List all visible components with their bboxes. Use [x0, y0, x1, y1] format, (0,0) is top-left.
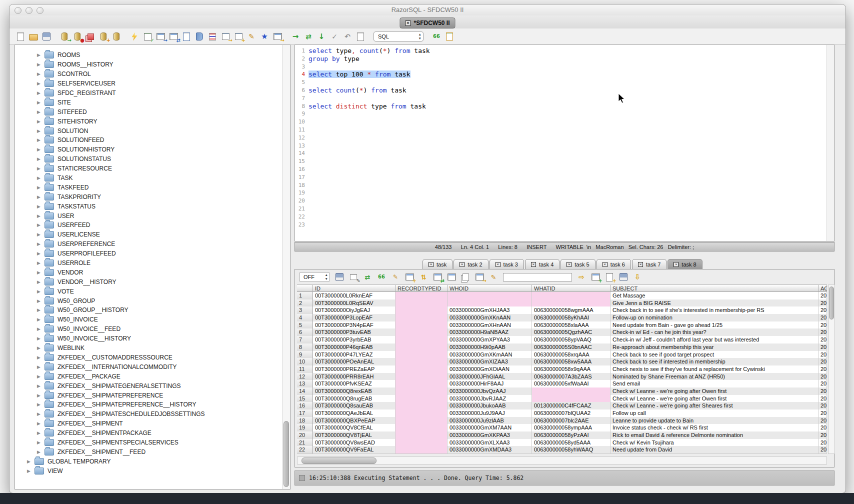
- results-vertical-scrollbar-thumb[interactable]: [829, 286, 834, 320]
- sidebar-item-view[interactable]: ▶VIEW: [15, 466, 282, 476]
- refresh-grid-icon[interactable]: ⇄: [362, 272, 372, 282]
- sidebar-item-zkfedex__internationalcommodity[interactable]: ▶ZKFEDEX__INTERNATIONALCOMMODITY: [15, 362, 282, 372]
- cell-whoid[interactable]: 0033000000JFhGlAAL: [448, 373, 532, 380]
- cell-num[interactable]: 15: [297, 395, 313, 402]
- results-list-icon[interactable]: [444, 32, 454, 42]
- table-row[interactable]: 200T3000000L0RqSEAVGive Jenn a BIG RAISE…: [297, 300, 827, 307]
- sidebar-item-w50_invoice[interactable]: ▶W50_INVOICE: [15, 315, 282, 324]
- cell-recordtypeid[interactable]: [396, 373, 448, 380]
- statement-type-select[interactable]: SQL ▲▼: [374, 32, 424, 42]
- expand-triangle-icon[interactable]: ▶: [37, 326, 44, 332]
- reference-book-icon[interactable]: [194, 32, 204, 42]
- table-row[interactable]: 1200T3000000PRR8rEAH0033000000JFhGlAAL00…: [297, 373, 827, 380]
- cell-num[interactable]: 22: [297, 446, 313, 454]
- edit-pencil-icon[interactable]: ✎: [246, 32, 256, 42]
- save-grid-icon[interactable]: [334, 272, 344, 282]
- cell-whatid[interactable]: 006300000058xw5AAA: [532, 358, 610, 366]
- sidebar-item-solution[interactable]: ▶SOLUTION: [15, 126, 282, 136]
- sidebar-item-sfdc_registrant[interactable]: ▶SFDC_REGISTRANT: [15, 88, 282, 98]
- result-tab-task-5[interactable]: ×task 5: [560, 259, 595, 270]
- cell-recordtypeid[interactable]: [396, 388, 448, 395]
- cell-subject[interactable]: Check back to see if interested in membe…: [610, 358, 818, 366]
- sidebar-item-rooms[interactable]: ▶ROOMS: [15, 50, 282, 60]
- column-header-rownum[interactable]: [297, 284, 313, 292]
- cell-whatid[interactable]: 006300000058yPzAAI: [532, 432, 610, 439]
- column-header-ac[interactable]: AC: [818, 284, 827, 292]
- cell-whoid[interactable]: 0033000000GmXM7AAN: [448, 424, 532, 432]
- sidebar-item-rooms__history[interactable]: ▶ROOMS__HISTORY: [15, 60, 282, 70]
- cell-id[interactable]: 00T3000000QV9FaEAL: [313, 446, 396, 454]
- cell-subject[interactable]: Rick to email David & reference Delmonte…: [610, 432, 818, 439]
- panel-view-icon[interactable]: [446, 272, 456, 282]
- cell-num[interactable]: 20: [297, 432, 313, 439]
- sidebar-item-solutionfeed[interactable]: ▶SOLUTIONFEED: [15, 136, 282, 145]
- cell-whatid[interactable]: 00630000005QgzhAAC: [532, 328, 610, 336]
- result-tab-task-3[interactable]: ×task 3: [490, 259, 524, 270]
- cell-recordtypeid[interactable]: [396, 424, 448, 432]
- sidebar-item-vendor__history[interactable]: ▶VENDOR__HISTORY: [15, 277, 282, 286]
- column-header-whoid[interactable]: WHOID: [448, 284, 532, 292]
- cell-id[interactable]: 00T3000000P46qnEAB: [313, 344, 396, 351]
- cell-recordtypeid[interactable]: [396, 395, 448, 402]
- cell-num[interactable]: 17: [297, 410, 313, 417]
- cell-id[interactable]: 00T3000000P3N4pEAF: [313, 322, 396, 329]
- expand-triangle-icon[interactable]: ▶: [27, 468, 34, 474]
- cell-subject[interactable]: Send email: [610, 380, 818, 388]
- cell-recordtypeid[interactable]: [396, 328, 448, 336]
- table-row[interactable]: 1900T3000000QV8CfEAL0033000000GmXM7AAN00…: [297, 424, 827, 432]
- cell-id[interactable]: 00T3000000POeAnEAL: [313, 358, 396, 366]
- cell-num[interactable]: 8: [297, 344, 313, 351]
- cell-activity[interactable]: 200: [818, 322, 827, 329]
- result-tab-task[interactable]: ×task: [422, 259, 452, 270]
- expand-triangle-icon[interactable]: ▶: [37, 450, 44, 454]
- close-tab-icon[interactable]: ×: [428, 262, 434, 267]
- code-line[interactable]: [308, 94, 826, 102]
- results-search-input[interactable]: [503, 273, 572, 282]
- expand-triangle-icon[interactable]: ▶: [37, 430, 44, 436]
- highlight-pen-icon[interactable]: ✎: [488, 272, 498, 282]
- cell-activity[interactable]: 200: [818, 439, 827, 446]
- cell-whatid[interactable]: 006300000058xrqAAA: [532, 351, 610, 358]
- cell-id[interactable]: 00T3000000QAeJbEAL: [313, 410, 396, 417]
- sidebar-item-userprofilefeed[interactable]: ▶USERPROFILEFEED: [15, 249, 282, 258]
- expand-triangle-icon[interactable]: ▶: [37, 280, 44, 284]
- new-file-icon[interactable]: [16, 32, 26, 42]
- cell-num[interactable]: 14: [297, 388, 313, 395]
- view-glasses-icon[interactable]: 66: [376, 272, 386, 282]
- table-row[interactable]: 1100T3000000PREZaEAP0033000000GmXOiAAN00…: [297, 366, 827, 373]
- cell-recordtypeid[interactable]: [396, 322, 448, 329]
- format-list-icon[interactable]: [208, 32, 218, 42]
- column-header-id[interactable]: ID: [313, 284, 396, 292]
- column-header-recordtypeid[interactable]: RECORDTYPEID: [396, 284, 448, 292]
- cell-whatid[interactable]: 006300000058yd5AAA: [532, 439, 610, 446]
- table-row[interactable]: 1800T3000000QBXPeEAP0033000000Ju9zlAAB00…: [297, 417, 827, 424]
- cell-whatid[interactable]: 006300000058ympAAA: [532, 424, 610, 432]
- cell-subject[interactable]: Check-in w/ Jeff - couldn't afford last …: [610, 336, 818, 344]
- cell-id[interactable]: 00T3000000PfvKSEAZ: [313, 380, 396, 388]
- sidebar-item-selfserviceuser[interactable]: ▶SELFSERVICEUSER: [15, 79, 282, 88]
- cell-id[interactable]: 00T3000000P47LYEAZ: [313, 351, 396, 358]
- reload-grid-icon[interactable]: ⇄: [432, 272, 442, 282]
- outdent-icon[interactable]: +: [234, 32, 244, 42]
- cell-subject[interactable]: Check w/ Kevin Tsujihara: [610, 439, 818, 446]
- code-line[interactable]: select top 100 * from task: [308, 70, 826, 78]
- cell-activity[interactable]: 200: [818, 424, 827, 432]
- cell-id[interactable]: 00T3000000Q8rugEAB: [313, 395, 396, 402]
- cell-num[interactable]: 9: [297, 351, 313, 358]
- expand-triangle-icon[interactable]: ▶: [37, 440, 44, 445]
- cell-subject[interactable]: Need update from David: [610, 446, 818, 454]
- sidebar-item-userlicense[interactable]: ▶USERLICENSE: [15, 230, 282, 240]
- indent-icon[interactable]: →: [220, 32, 230, 42]
- sort-rows-icon[interactable]: ⇅: [418, 272, 428, 282]
- sidebar-item-taskfeed[interactable]: ▶TASKFEED: [15, 182, 282, 192]
- download-column-icon[interactable]: ⇩: [632, 272, 642, 282]
- expand-triangle-icon[interactable]: ▶: [37, 166, 44, 171]
- cell-subject[interactable]: Check nexis to see if they've found a re…: [610, 366, 818, 373]
- sidebar-item-scontrol[interactable]: ▶SCONTROL: [15, 70, 282, 79]
- cell-activity[interactable]: 200: [818, 314, 827, 322]
- cell-activity[interactable]: 200: [818, 366, 827, 373]
- cell-subject[interactable]: Nominated by Shane Freeman at ANZ (HR50): [610, 373, 818, 380]
- sidebar-item-zkfedex__shipmatepreference[interactable]: ▶ZKFEDEX__SHIPMATEPREFERENCE: [15, 390, 282, 400]
- cell-recordtypeid[interactable]: [396, 351, 448, 358]
- expand-triangle-icon[interactable]: ▶: [37, 204, 44, 209]
